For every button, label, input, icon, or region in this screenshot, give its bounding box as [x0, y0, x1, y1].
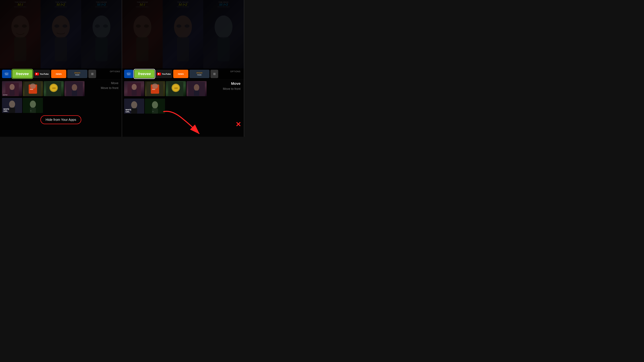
svg-rect-39	[177, 37, 189, 61]
bottom-thumb-1-right: WHITEGIRL	[124, 98, 144, 114]
thumb-figure-3-r: 1980	[166, 81, 186, 96]
svg-point-10	[95, 24, 100, 28]
app-tile-grid-r[interactable]: ⊞	[210, 70, 218, 78]
thumb-1-right	[124, 81, 144, 96]
thumb-figure-3: 1980	[44, 81, 64, 96]
poster-face-mi3-r	[207, 7, 240, 71]
poster-background-left: TOM CRUISE M:I MISSION:IMPOSSIBLE TOM CR…	[0, 0, 122, 71]
app-tile-youtube-r[interactable]: YouTube	[156, 70, 172, 78]
amazon-music-label-r: amazonmusic	[196, 72, 202, 76]
svg-rect-43	[218, 37, 230, 61]
context-move-to-front-right[interactable]: Move to front	[223, 87, 240, 91]
svg-rect-35	[136, 37, 148, 61]
options-label-left: OPTIONS	[110, 70, 120, 73]
app-tile-news[interactable]: news	[51, 70, 66, 78]
content-section-left: SUPER ritos 1980	[0, 80, 122, 137]
thumb-figure-1-r	[124, 81, 144, 96]
bottom-thumbs-left: WHITEGIRL A	[0, 97, 122, 113]
mi-logo-r: M:I	[136, 3, 148, 6]
svg-rect-57	[194, 90, 199, 96]
context-menu-left: Move Move to front	[101, 81, 118, 90]
poster-title-mi2-right: TOM CRUISE M:I•2 MISSION:IMPOSSIBLE	[177, 1, 189, 7]
app-tile-grid[interactable]: ⊞	[88, 70, 96, 78]
bottom-thumb-1-left: WHITEGIRL	[2, 98, 22, 113]
svg-point-8	[92, 15, 110, 38]
svg-point-45	[132, 84, 137, 90]
svg-text:SUPER: SUPER	[3, 94, 8, 96]
app-tile-amazon-music[interactable]: amazonmusic	[67, 70, 88, 78]
poster-mi1-right: TOM CRUISE M:I MISSION:IMPOSSIBLE	[122, 0, 163, 71]
bottom-figure-2-r: A	[145, 98, 165, 114]
thumb-2-left: ritos	[23, 81, 43, 96]
svg-point-31	[30, 100, 36, 108]
poster-face-mi1	[4, 7, 36, 71]
poster-title-mi3-left: TOM CRUISE M:I•3 MISSION:IMPOSSIBLE	[96, 1, 108, 7]
thumb-3-left: 1980	[44, 81, 64, 96]
mi-logo: M:I	[14, 3, 26, 6]
poster-face-mi3	[85, 7, 118, 71]
youtube-icon-group: YouTube	[35, 72, 49, 75]
poster-title-mi3-right: TOM CRUIS M:I•3 MISSION:IMPOSSIBLE	[218, 1, 230, 7]
white-girl-title-left: WHITEGIRL	[3, 108, 9, 112]
news-label-r: news	[178, 72, 184, 75]
grid-icon-r: ⊞	[213, 72, 216, 76]
svg-point-40	[176, 24, 181, 28]
hide-option-wrapper[interactable]: Hide from Your Apps	[40, 115, 81, 124]
mi2-logo: M:I•2	[55, 3, 67, 6]
svg-point-19	[30, 83, 36, 89]
app-tile-youtube[interactable]: YouTube	[33, 70, 50, 78]
app-tile-freevee-r[interactable]: freevee	[134, 70, 154, 78]
poster-face-mi1-r	[126, 7, 159, 71]
freevee-label-r: freevee	[138, 72, 151, 76]
svg-point-13	[10, 84, 14, 90]
poster-mi3-right: TOM CRUIS M:I•3 MISSION:IMPOSSIBLE	[203, 0, 244, 71]
app-tile-freevee[interactable]: freevee	[12, 70, 32, 78]
svg-point-50	[152, 83, 158, 89]
thumb-figure-2: ritos	[23, 81, 43, 96]
svg-point-3	[22, 24, 27, 28]
context-move-left[interactable]: Move	[111, 81, 118, 85]
thumb-figure-4-r	[186, 81, 206, 96]
app-tile-prime-video-r[interactable]: primevideo	[124, 70, 133, 78]
poster-title-mi2-left: TOM CRUISE M:I•2 MISSION:IMPOSSIBLE	[55, 1, 67, 7]
x-mark-annotation: ✕	[236, 120, 241, 128]
white-girl-title-right: WHITEGIRL	[126, 109, 131, 113]
app-tile-amazon-music-r[interactable]: amazonmusic	[189, 70, 210, 78]
svg-point-36	[136, 24, 141, 28]
svg-rect-26	[72, 90, 77, 96]
svg-rect-9	[96, 37, 108, 61]
svg-point-37	[144, 24, 149, 28]
youtube-play-icon	[36, 73, 38, 75]
app-row-left: primevideo freevee YouTube news amazonmu…	[0, 68, 122, 79]
svg-rect-29	[9, 108, 15, 113]
youtube-logo-red	[35, 72, 39, 75]
right-panel: TOM CRUISE M:I MISSION:IMPOSSIBLE TOM CR…	[122, 0, 244, 137]
amazon-music-label: amazonmusic	[74, 72, 80, 76]
svg-text:A: A	[30, 110, 31, 112]
context-move-to-front-left[interactable]: Move to front	[101, 86, 118, 90]
app-tile-news-r[interactable]: news	[173, 70, 188, 78]
youtube-logo-red-r	[157, 72, 161, 75]
svg-point-11	[103, 24, 108, 28]
thumb-1-left: SUPER	[2, 81, 22, 96]
thumb-4-right	[186, 81, 206, 96]
poster-title-mi1-left: TOM CRUISE M:I MISSION:IMPOSSIBLE	[14, 1, 26, 7]
app-row-right: primevideo freevee YouTube news amazonmu…	[122, 68, 244, 79]
grid-icon: ⊞	[91, 72, 94, 76]
svg-point-56	[194, 84, 199, 91]
hide-circle[interactable]: Hide from Your Apps	[40, 115, 81, 124]
app-tile-prime-video[interactable]: primevideo	[2, 70, 11, 78]
svg-point-25	[72, 84, 77, 91]
bottom-thumb-2-left: A	[23, 98, 43, 113]
bottom-thumbs-right: WHITEGIRL A	[122, 98, 244, 114]
svg-rect-14	[10, 90, 14, 96]
svg-rect-46	[132, 90, 137, 96]
svg-text:A: A	[152, 111, 154, 112]
svg-rect-60	[131, 108, 137, 114]
poster-title-mi1-right: TOM CRUISE M:I MISSION:IMPOSSIBLE	[136, 1, 148, 7]
thumb-figure-2-r: ritos	[145, 81, 165, 96]
options-label-right-pos: OPTIONS	[230, 70, 240, 73]
svg-point-34	[134, 15, 151, 38]
context-move-right[interactable]: Move	[231, 81, 240, 86]
svg-point-4	[52, 15, 70, 38]
